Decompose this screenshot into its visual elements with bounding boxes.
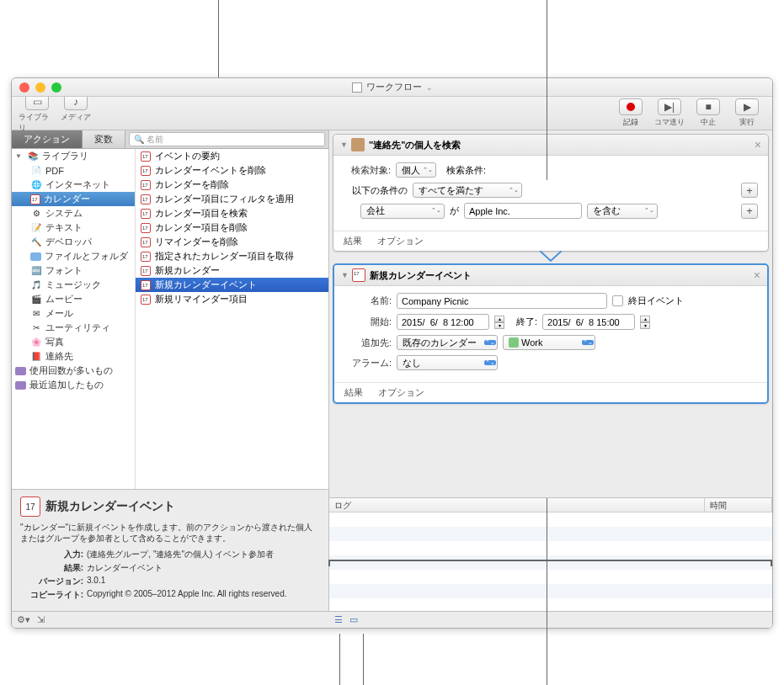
- info-pane: 17 新規カレンダーイベント "カレンダー"に新規イベントを作成します。前のアク…: [12, 489, 328, 628]
- close-icon[interactable]: ×: [754, 268, 760, 282]
- start-date-input[interactable]: [397, 314, 489, 330]
- search-target-select[interactable]: 個人: [396, 162, 436, 178]
- search-input[interactable]: 🔍 名前: [129, 132, 325, 146]
- library-item[interactable]: ✂ユーティリティ: [12, 321, 135, 335]
- action-item[interactable]: カレンダー項目を検索: [136, 206, 328, 220]
- zoom-button[interactable]: [51, 82, 61, 93]
- end-date-input[interactable]: [542, 314, 635, 330]
- action-item[interactable]: カレンダー項目を削除: [136, 220, 328, 235]
- disclosure-icon[interactable]: ▼: [341, 271, 349, 279]
- action-item-selected[interactable]: 新規カレンダーイベント: [136, 278, 328, 292]
- log-column-header[interactable]: ログ: [329, 498, 705, 512]
- info-description: "カレンダー"に新規イベントを作成します。前のアクションから渡された個人またはグ…: [20, 522, 320, 544]
- results-link[interactable]: 結果: [344, 386, 363, 399]
- start-stepper[interactable]: ▴▾: [494, 316, 504, 329]
- action-item[interactable]: カレンダー項目にフィルタを適用: [136, 192, 328, 206]
- action-item[interactable]: 新規リマインダー項目: [136, 292, 328, 306]
- end-stepper[interactable]: ▴▾: [640, 316, 650, 329]
- close-button[interactable]: [19, 82, 29, 93]
- library-toggle[interactable]: ▭ライブラリ: [19, 93, 56, 134]
- match-select[interactable]: すべてを満たす: [413, 183, 522, 198]
- titlebar: ワークフロー ⌄: [12, 78, 772, 97]
- action-item[interactable]: イベントの要約: [136, 149, 328, 163]
- info-title: 新規カレンダーイベント: [45, 499, 175, 514]
- flow-view-icon[interactable]: ▭: [349, 614, 358, 625]
- stop-button[interactable]: ■中止: [690, 98, 727, 128]
- connector-icon: [540, 251, 562, 263]
- chevron-down-icon: ⌄: [426, 83, 433, 92]
- step-button[interactable]: ▶|コマ送り: [651, 98, 688, 128]
- calendar-select[interactable]: Work: [503, 335, 595, 350]
- options-link[interactable]: オプション: [378, 386, 424, 399]
- library-item[interactable]: 📝テキスト: [12, 220, 135, 235]
- smart-folder[interactable]: 最近追加したもの: [12, 378, 135, 392]
- options-link[interactable]: オプション: [377, 235, 424, 247]
- add-condition-button[interactable]: +: [741, 183, 758, 198]
- library-root[interactable]: ▼📚ライブラリ: [12, 149, 135, 163]
- window-title: ワークフロー ⌄: [352, 81, 433, 93]
- add-row-button[interactable]: +: [741, 204, 758, 219]
- media-button[interactable]: ♪メディア: [57, 93, 94, 134]
- record-button[interactable]: 記録: [612, 98, 649, 128]
- toolbar: ▭ライブラリ ♪メディア 記録 ▶|コマ送り ■中止 ▶実行: [12, 97, 772, 130]
- contains-select[interactable]: を含む: [587, 204, 658, 219]
- workflow-area: ▼ "連絡先"の個人を検索 × 検索対象: 個人 検索条件: 以下の条件の: [329, 130, 772, 497]
- document-icon: [352, 82, 362, 93]
- library-item[interactable]: ✉メール: [12, 306, 135, 321]
- contacts-icon: [351, 138, 365, 151]
- expand-icon[interactable]: ⇲: [37, 614, 45, 625]
- library-item[interactable]: ⚙システム: [12, 206, 135, 220]
- library-column: ▼📚ライブラリ 📄PDF 🌐インターネット カレンダー ⚙システム 📝テキスト …: [12, 149, 136, 489]
- left-footer: ⚙▾ ⇲: [12, 611, 329, 628]
- log-body: [329, 512, 772, 611]
- library-item-selected[interactable]: カレンダー: [12, 192, 135, 206]
- smart-folder[interactable]: 使用回数が多いもの: [12, 364, 135, 378]
- automator-window: ワークフロー ⌄ ▭ライブラリ ♪メディア 記録 ▶|コマ送り ■中止 ▶実行 …: [11, 77, 773, 629]
- results-link[interactable]: 結果: [344, 235, 362, 247]
- action-item[interactable]: 新規カレンダー: [136, 263, 328, 278]
- action-find-contacts: ▼ "連絡先"の個人を検索 × 検索対象: 個人 検索条件: 以下の条件の: [333, 134, 769, 252]
- actions-column: イベントの要約 カレンダーイベントを削除 カレンダーを削除 カレンダー項目にフィ…: [136, 149, 328, 489]
- library-item[interactable]: ファイルとフォルダ: [12, 249, 135, 263]
- minimize-button[interactable]: [35, 82, 45, 93]
- close-icon[interactable]: ×: [755, 138, 761, 151]
- tab-action[interactable]: アクション: [12, 130, 83, 148]
- action-item[interactable]: カレンダーイベントを削除: [136, 163, 328, 178]
- gear-icon[interactable]: ⚙▾: [17, 614, 30, 625]
- addto-select[interactable]: 既存のカレンダー: [397, 335, 498, 350]
- field-select[interactable]: 会社: [360, 204, 445, 219]
- action-new-calendar-event: ▼ 新規カレンダーイベント × 名前: 終日イベント 開始:: [333, 263, 769, 404]
- alarm-select[interactable]: なし: [397, 355, 498, 370]
- log-view-icon[interactable]: ☰: [334, 614, 343, 625]
- library-item[interactable]: 📕連絡先: [12, 349, 135, 364]
- search-icon: 🔍: [134, 135, 144, 144]
- action-item[interactable]: カレンダーを削除: [136, 178, 328, 192]
- library-item[interactable]: 🔨デベロッパ: [12, 235, 135, 249]
- time-column-header[interactable]: 時間: [705, 498, 772, 512]
- calendar-icon: 17: [20, 496, 40, 517]
- event-name-input[interactable]: [397, 293, 607, 309]
- library-item[interactable]: 🌐インターネット: [12, 178, 135, 192]
- disclosure-icon[interactable]: ▼: [340, 141, 348, 149]
- action-item[interactable]: 指定されたカレンダー項目を取得: [136, 249, 328, 263]
- allday-checkbox[interactable]: [612, 295, 623, 306]
- library-item[interactable]: 🌸写真: [12, 335, 135, 349]
- calendar-icon: [352, 268, 365, 282]
- tab-variable[interactable]: 変数: [83, 130, 125, 148]
- action-item[interactable]: リマインダーを削除: [136, 235, 328, 249]
- run-button[interactable]: ▶実行: [728, 98, 765, 128]
- value-input[interactable]: [464, 203, 582, 219]
- library-item[interactable]: 🎵ミュージック: [12, 278, 135, 292]
- library-item[interactable]: 🎬ムービー: [12, 292, 135, 306]
- library-item[interactable]: 📄PDF: [12, 163, 135, 178]
- log-pane: ログ 時間 ☰ ▭: [329, 497, 772, 628]
- library-item[interactable]: 🔤フォント: [12, 263, 135, 278]
